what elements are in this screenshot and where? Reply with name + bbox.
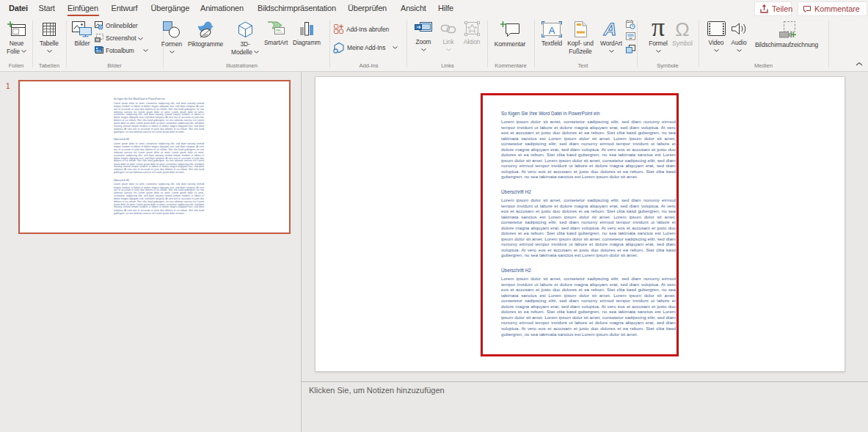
svg-text:Ω: Ω <box>675 21 689 37</box>
svg-text:A: A <box>602 21 619 37</box>
svg-text:A: A <box>549 25 555 36</box>
svg-text:π: π <box>652 21 665 37</box>
